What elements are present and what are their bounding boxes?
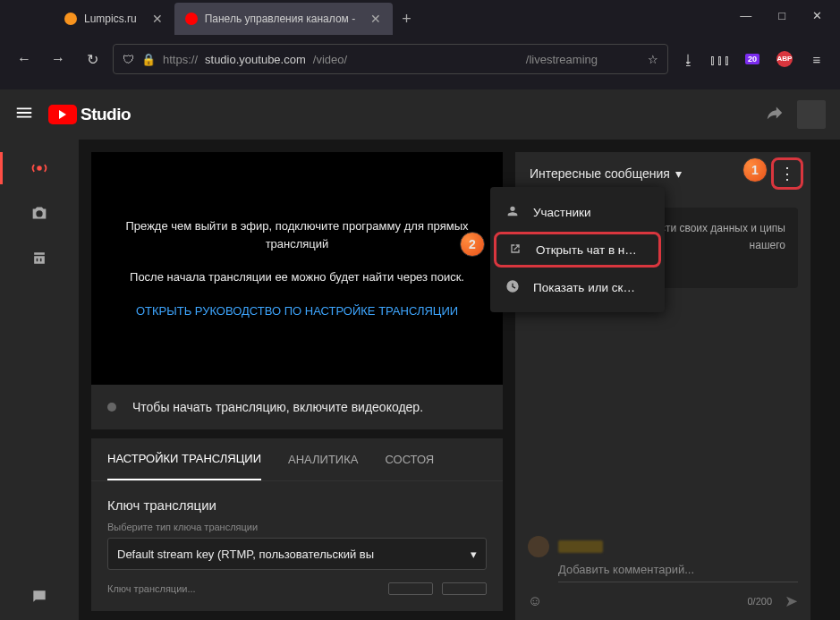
bookmark-icon[interactable]: ☆	[648, 53, 658, 66]
extension-badge[interactable]: 20	[740, 47, 765, 72]
forward-button[interactable]: →	[45, 46, 72, 72]
hamburger-icon[interactable]	[14, 103, 36, 126]
url-path2: /livestreaming	[526, 53, 598, 66]
person-icon	[505, 204, 521, 221]
left-sidebar	[0, 140, 79, 620]
youtube-header: Studio	[0, 89, 840, 140]
copy-key-button[interactable]	[442, 582, 487, 595]
select-value: Default stream key (RTMP, пользовательск…	[117, 548, 374, 561]
encoder-status: Чтобы начать трансляцию, включите видеок…	[91, 385, 503, 429]
sidebar-item-feedback[interactable]	[29, 586, 50, 607]
tab-title: Панель управления каналом -	[205, 13, 355, 25]
sidebar-item-manage[interactable]	[29, 247, 50, 268]
library-icon[interactable]: ⫿⫿⫿	[708, 47, 733, 72]
sidebar-item-stream[interactable]	[29, 157, 50, 179]
chat-input[interactable]: Добавить комментарий...	[558, 563, 798, 582]
chevron-down-icon: ▾	[675, 166, 682, 181]
status-text: Чтобы начать трансляцию, включите видеок…	[132, 400, 423, 414]
status-dot-icon	[107, 403, 116, 412]
open-external-icon	[507, 242, 523, 259]
menu-label: Участники	[533, 206, 591, 219]
stream-preview: Прежде чем выйти в эфир, подключите прог…	[91, 152, 503, 385]
chat-options-button[interactable]: ⋮	[771, 157, 803, 190]
stream-key-title: Ключ трансляции	[107, 497, 487, 513]
share-icon[interactable]	[765, 103, 785, 127]
browser-tab-youtube[interactable]: Панель управления каналом - ✕	[174, 3, 393, 35]
youtube-play-icon	[48, 105, 77, 124]
stream-key-subtitle: Выберите тип ключа трансляции	[107, 522, 487, 532]
browser-tab-lumpics[interactable]: Lumpics.ru ✕	[54, 3, 174, 35]
emoji-icon[interactable]: ☺	[528, 593, 542, 609]
url-prefix: https://	[163, 53, 198, 66]
chevron-down-icon: ▾	[471, 548, 477, 561]
stream-settings-panel: Ключ трансляции Выберите тип ключа транс…	[91, 481, 503, 611]
chat-avatar	[528, 536, 549, 557]
shield-icon: 🛡	[123, 53, 134, 66]
menu-label: Открыть чат в н…	[536, 243, 637, 257]
user-avatar[interactable]	[797, 100, 826, 129]
url-path: /video/	[313, 53, 347, 66]
menu-item-participants[interactable]: Участники	[490, 194, 665, 230]
youtube-studio-logo[interactable]: Studio	[48, 105, 131, 124]
logo-text: Studio	[81, 105, 131, 124]
app-menu-icon[interactable]: ≡	[804, 47, 829, 72]
chat-username	[558, 540, 603, 553]
close-window-button[interactable]: ✕	[812, 9, 822, 22]
download-icon[interactable]: ⭳	[675, 47, 700, 72]
tab-stream-settings[interactable]: НАСТРОЙКИ ТРАНСЛЯЦИИ	[107, 438, 261, 480]
maximize-button[interactable]: □	[778, 9, 785, 22]
menu-item-timestamps[interactable]: Показать или ск…	[490, 269, 665, 305]
favicon-icon	[185, 13, 198, 25]
clock-icon	[505, 279, 521, 296]
reset-key-button[interactable]	[388, 582, 433, 595]
address-bar[interactable]: 🛡 🔒 https://studio.youtube.com/video/ /l…	[113, 44, 668, 74]
minimize-button[interactable]: —	[740, 9, 751, 22]
content-tabs: НАСТРОЙКИ ТРАНСЛЯЦИИ АНАЛИТИКА СОСТОЯ	[91, 438, 503, 481]
preview-text-1: Прежде чем выйти в эфир, подключите прог…	[109, 217, 485, 252]
stream-key-select[interactable]: Default stream key (RTMP, пользовательск…	[107, 538, 487, 570]
favicon-icon	[64, 13, 77, 25]
new-tab-button[interactable]: +	[402, 10, 412, 29]
menu-label: Показать или ск…	[533, 281, 635, 294]
back-button[interactable]: ←	[11, 46, 38, 72]
close-tab-icon[interactable]: ✕	[151, 13, 164, 25]
sidebar-item-webcam[interactable]	[29, 202, 50, 224]
menu-item-popout-chat[interactable]: Открыть чат в н…	[494, 232, 661, 268]
chat-filter-label: Интересные сообщения	[530, 166, 670, 181]
char-counter: 0/200	[747, 596, 772, 607]
annotation-marker-1: 1	[742, 157, 768, 183]
chat-options-menu: 2 Участники Открыть чат в н… Показать ил…	[490, 187, 665, 312]
stream-key-label: Ключ трансляции...	[107, 583, 196, 594]
tab-analytics[interactable]: АНАЛИТИКА	[288, 453, 358, 466]
send-icon[interactable]: ➤	[785, 591, 798, 611]
setup-guide-link[interactable]: ОТКРЫТЬ РУКОВОДСТВО ПО НАСТРОЙКЕ ТРАНСЛЯ…	[109, 302, 485, 320]
annotation-marker-2: 2	[460, 232, 485, 257]
preview-text-2: После начала трансляции ее можно будет н…	[109, 268, 485, 286]
reload-button[interactable]: ↻	[79, 46, 106, 72]
tab-title: Lumpics.ru	[84, 13, 137, 25]
abp-icon[interactable]: ABP	[772, 47, 797, 72]
tab-health[interactable]: СОСТОЯ	[385, 453, 434, 466]
lock-icon: 🔒	[141, 53, 156, 66]
close-tab-icon[interactable]: ✕	[369, 13, 382, 25]
url-host: studio.youtube.com	[205, 53, 306, 66]
